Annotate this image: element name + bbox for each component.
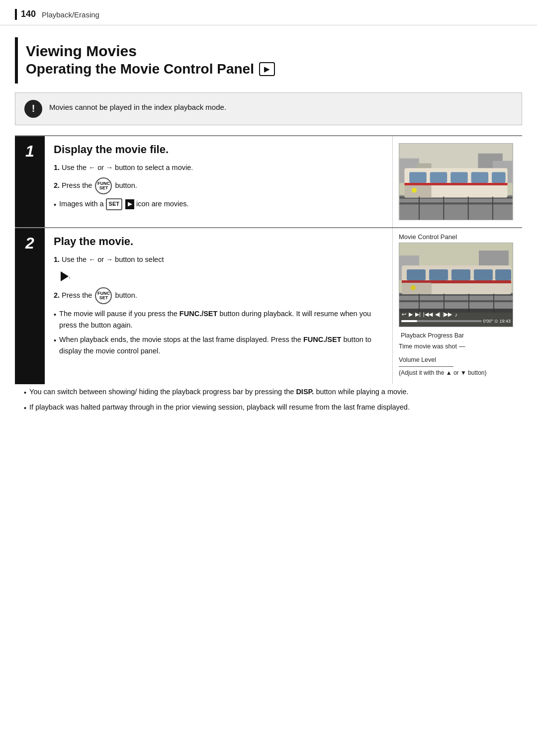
step2-bottom-bullets: • You can switch between showing/ hiding… (15, 384, 522, 424)
step2-bullet1: • The movie will pause if you press the … (54, 308, 384, 331)
movie-icon-badge: ▶ (125, 199, 134, 209)
step1-image-col: SET ▶ (393, 136, 522, 227)
train-image-2: ↩ ▶ ▶| |◀◀ ◀| |▶▶ ♪ 0'00" ⊙ 1 (399, 243, 513, 327)
svg-rect-32 (495, 269, 511, 280)
step2-title: Play the movie. (54, 235, 384, 248)
annotation-time-shot: Time movie was shot — (399, 342, 487, 351)
step1-title: Display the movie file. (54, 143, 384, 156)
movie-control-panel-overlay: ↩ ▶ ▶| |◀◀ ◀| |▶▶ ♪ 0'00" ⊙ 1 (399, 309, 513, 327)
step2-item2: 2. Press the FUNCSET button. (54, 287, 384, 304)
page-number: 140 (15, 9, 36, 20)
right-arrow-2: → (106, 255, 113, 263)
svg-rect-31 (474, 269, 493, 280)
page-number-bar (15, 9, 17, 20)
step1-body: 1. Use the ← or → button to select a mov… (54, 162, 384, 211)
step1-number-col: 1 (15, 136, 45, 227)
annotation-progress: Playback Progress Bar (399, 331, 487, 340)
page-header: 140 Playback/Erasing (0, 0, 537, 25)
play-arrow-icon (61, 271, 69, 281)
volume-line (399, 366, 453, 367)
svg-point-15 (412, 187, 417, 192)
train-image-1: SET ▶ (399, 143, 513, 220)
step2-section: 2 Play the movie. 1. Use the ← or → butt… (15, 227, 522, 424)
step1-section: 1 Display the movie file. 1. Use the ← o… (15, 135, 522, 227)
svg-rect-16 (404, 183, 507, 185)
step1-item1: 1. Use the ← or → button to select a mov… (54, 162, 384, 173)
svg-rect-13 (492, 172, 506, 183)
svg-rect-10 (430, 172, 448, 183)
warning-text: Movies cannot be played in the index pla… (49, 100, 226, 113)
ctrl-play: ▶ (408, 311, 413, 318)
step2-item1: 1. Use the ← or → button to select (54, 254, 384, 265)
annotation-volume: Volume Level (Adjust it with the ▲ or ▼ … (399, 355, 487, 377)
step2-body: 1. Use the ← or → button to select . 2. … (54, 254, 384, 357)
svg-rect-7 (399, 202, 512, 204)
svg-rect-34 (402, 283, 432, 294)
title-sub: Operating the Movie Control Panel ▶ (26, 60, 514, 78)
time-display: 0'00" ⊙ 19:43 (483, 319, 511, 324)
title-main: Viewing Movies (26, 42, 514, 60)
step2-bullet3: • You can switch between showing/ hiding… (24, 386, 514, 399)
progress-bar-row: 0'00" ⊙ 19:43 (401, 319, 511, 324)
step2-top: 2 Play the movie. 1. Use the ← or → butt… (15, 228, 522, 384)
movie-control-label: Movie Control Panel (399, 233, 457, 241)
svg-rect-28 (407, 269, 426, 280)
svg-point-35 (411, 285, 416, 290)
step2-number: 2 (25, 234, 34, 252)
svg-rect-30 (451, 269, 470, 280)
step2-image-col: Movie Control Panel (393, 228, 522, 384)
train-svg-1 (399, 144, 513, 220)
progress-bar (401, 320, 482, 322)
ctrl-slow: ◀| (435, 311, 441, 318)
step2-number-col: 2 (15, 228, 45, 384)
ctrl-rewind: ↩ (401, 311, 407, 318)
page: 140 Playback/Erasing Viewing Movies Oper… (0, 0, 537, 756)
func-set-button-1: FUNCSET (95, 177, 112, 194)
warning-icon: ! (24, 100, 42, 118)
step2-content: Play the movie. 1. Use the ← or → button… (45, 228, 393, 384)
progress-fill (401, 320, 417, 322)
annotations: Playback Progress Bar Time movie was sho… (399, 331, 487, 377)
svg-rect-14 (404, 185, 431, 198)
step2-bullet4: • If playback was halted partway through… (24, 402, 514, 414)
left-arrow-2: ← (89, 255, 95, 263)
set-badge: SET (106, 198, 122, 210)
right-arrow: → (106, 164, 113, 171)
svg-rect-29 (429, 269, 448, 280)
svg-rect-5 (399, 195, 512, 219)
step1-bullet: • Images with a SET ▶ icon are movies. (54, 198, 384, 211)
section-label: Playback/Erasing (42, 10, 99, 19)
svg-rect-12 (471, 172, 489, 183)
step1-content: Display the movie file. 1. Use the ← or … (45, 136, 393, 227)
title-block: Viewing Movies Operating the Movie Contr… (15, 37, 522, 83)
svg-rect-9 (409, 172, 427, 183)
train-svg-2 (399, 243, 513, 313)
ctrl-vol: ♪ (454, 312, 458, 318)
warning-box: ! Movies cannot be played in the index p… (15, 92, 522, 125)
ctrl-skip-back: |◀◀ (423, 311, 433, 318)
svg-rect-11 (450, 172, 468, 183)
play-arrow-container: . (61, 269, 384, 283)
left-arrow: ← (89, 164, 95, 171)
step1-item2: 2. Press the FUNCSET button. (54, 177, 384, 194)
func-set-button-2: FUNCSET (95, 287, 112, 304)
ctrl-ff: ▶| (415, 311, 421, 318)
svg-rect-26 (399, 300, 513, 302)
step2-bullet2: • When playback ends, the movie stops at… (54, 334, 384, 357)
control-buttons-row: ↩ ▶ ▶| |◀◀ ◀| |▶▶ ♪ (401, 311, 511, 318)
playback-icon: ▶ (259, 62, 275, 76)
step1-number: 1 (25, 142, 34, 161)
ctrl-slow-ff: |▶▶ (443, 311, 453, 318)
